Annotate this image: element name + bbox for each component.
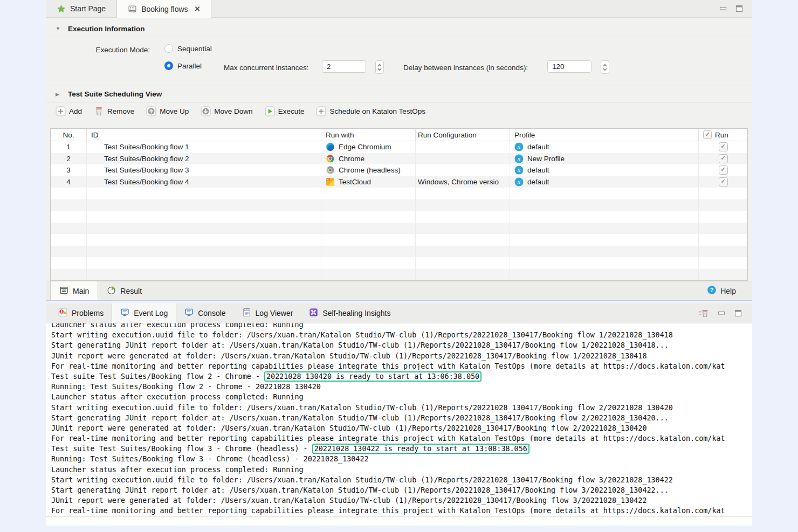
empty-cell [51, 188, 87, 199]
trash-icon [94, 106, 104, 116]
console-tab-label: Self-healing Insights [322, 309, 390, 317]
radio-sequential[interactable]: Sequential [164, 44, 212, 53]
table-empty-row[interactable] [51, 257, 747, 269]
empty-cell [87, 246, 321, 258]
empty-cell [87, 234, 321, 246]
scheduling-view-header[interactable]: ▶ Test Suite Scheduling View [46, 86, 752, 102]
editor-content: ▼ Execution Information Execution Mode: … [46, 17, 752, 281]
minimize-icon[interactable] [717, 309, 726, 317]
log-line: JUnit report were generated at folder: /… [51, 423, 752, 433]
editor-tab-bar: Start Page Booking flows ✕ [46, 0, 752, 18]
max-concurrent-input[interactable] [322, 60, 366, 73]
delay-stepper[interactable] [601, 60, 609, 74]
empty-cell [321, 257, 416, 269]
console-tab-bar: ProblemsEvent LogConsoleLOGLog ViewerSel… [46, 303, 752, 323]
profile-label: default [527, 143, 549, 151]
cell-no: 2 [51, 153, 87, 165]
view-tab-bar: Main Result ? Help [46, 281, 752, 300]
add-button[interactable]: Add [56, 106, 82, 116]
tab-booking-flows[interactable]: Booking flows ✕ [116, 0, 211, 18]
run-checkbox[interactable]: ✓ [719, 165, 728, 175]
tab-main[interactable]: Main [50, 281, 98, 300]
tab-event-log[interactable]: Event Log [112, 303, 176, 323]
table-empty-row[interactable] [51, 188, 747, 199]
table-row[interactable]: 3Test Suites/Booking flow 3Chrome (headl… [51, 164, 747, 176]
tab-result[interactable]: Result [98, 281, 150, 300]
empty-cell [510, 234, 699, 246]
log-doc-icon: LOG [242, 308, 251, 319]
empty-cell [87, 188, 321, 199]
profile-label: default [527, 166, 549, 174]
tab-start-page[interactable]: Start Page [46, 0, 116, 17]
toolbar-button-label: Add [69, 107, 82, 115]
collapse-expanded-icon[interactable]: ▼ [56, 26, 61, 31]
empty-cell [321, 269, 416, 281]
tab-problems[interactable]: Problems [50, 303, 112, 323]
column-header-id[interactable]: ID [87, 129, 321, 141]
tab-self-healing-insights[interactable]: Self-healing Insights [301, 303, 398, 323]
collapse-collapsed-icon[interactable]: ▶ [56, 92, 61, 97]
tab-log-viewer[interactable]: LOGLog Viewer [234, 303, 301, 323]
monitor-icon [120, 308, 129, 319]
delay-input[interactable] [547, 60, 591, 73]
event-log-output[interactable]: Launcher status after execution process … [46, 323, 752, 516]
table-row[interactable]: 4Test Suites/Booking flow 4TCTestCloudWi… [51, 176, 747, 188]
cell-no: 4 [51, 176, 87, 188]
column-header-label: Run Configuration [418, 131, 477, 139]
execute-button[interactable]: Execute [265, 106, 305, 116]
svg-text:TC: TC [327, 178, 329, 181]
table-row[interactable]: 2Test Suites/Booking flow 2ChromexNew Pr… [51, 153, 747, 165]
table-empty-row[interactable] [51, 246, 747, 258]
column-header-profile[interactable]: Profile [510, 129, 699, 141]
move-down-button[interactable]: Move Down [201, 106, 252, 116]
table-row[interactable]: 1Test Suites/Booking flow 1Edge Chromium… [51, 141, 747, 153]
maximize-icon[interactable] [734, 309, 742, 317]
cell-run-configuration [416, 141, 510, 153]
svg-text:?: ? [710, 287, 714, 293]
empty-cell [510, 199, 699, 211]
chrome-headless-icon [326, 165, 335, 175]
run-checkbox[interactable]: ✓ [719, 142, 728, 151]
column-header-run-with[interactable]: Run with [321, 129, 416, 141]
clear-log-icon[interactable] [699, 309, 709, 318]
minimize-icon[interactable] [719, 4, 727, 13]
remove-button[interactable]: Remove [94, 106, 134, 116]
toolbar-button-label: Move Up [160, 107, 189, 115]
column-header-run[interactable]: ✓Run [699, 129, 747, 141]
radio-parallel[interactable]: Parallel [164, 61, 202, 70]
svg-text:LOG: LOG [244, 309, 249, 312]
table-empty-row[interactable] [51, 199, 747, 211]
section-title: Execution Information [68, 25, 145, 33]
edge-icon [326, 142, 335, 151]
run-all-checkbox[interactable]: ✓ [703, 130, 712, 139]
help-button[interactable]: ? Help [707, 281, 752, 300]
console-tab-label: Event Log [134, 309, 168, 317]
empty-cell [87, 223, 321, 234]
run-checkbox[interactable]: ✓ [719, 154, 728, 163]
table-header: No.IDRun withRun ConfigurationProfile✓Ru… [51, 129, 747, 141]
maximize-icon[interactable] [735, 4, 744, 13]
empty-cell [321, 223, 416, 234]
tab-console[interactable]: Console [176, 303, 233, 323]
toolbar-button-label: Execute [278, 107, 305, 115]
run-checkbox[interactable]: ✓ [719, 177, 728, 186]
table-empty-row[interactable] [51, 269, 747, 281]
self-healing-icon [309, 308, 318, 319]
chrome-icon [326, 154, 335, 163]
column-header-no[interactable]: No. [51, 129, 87, 141]
console-toolbar [699, 303, 752, 323]
table-empty-row[interactable] [51, 223, 747, 234]
schedule-on-katalon-testops-button[interactable]: Schedule on Katalon TestOps [316, 106, 425, 116]
table-empty-row[interactable] [51, 211, 747, 223]
move-up-button[interactable]: Move Up [146, 106, 189, 116]
table-empty-row[interactable] [51, 234, 747, 246]
close-tab-icon[interactable]: ✕ [195, 5, 201, 13]
max-concurrent-stepper[interactable] [375, 60, 384, 74]
profile-icon: x [514, 165, 524, 175]
log-line: Running: Test Suites/Booking flow 3 - Ch… [51, 454, 752, 464]
empty-cell [51, 257, 87, 269]
empty-cell [699, 234, 747, 246]
log-line: For real-time monitoring and better repo… [51, 506, 752, 516]
execution-information-header[interactable]: ▼ Execution Information [46, 20, 752, 37]
column-header-run-configuration[interactable]: Run Configuration [416, 129, 510, 141]
